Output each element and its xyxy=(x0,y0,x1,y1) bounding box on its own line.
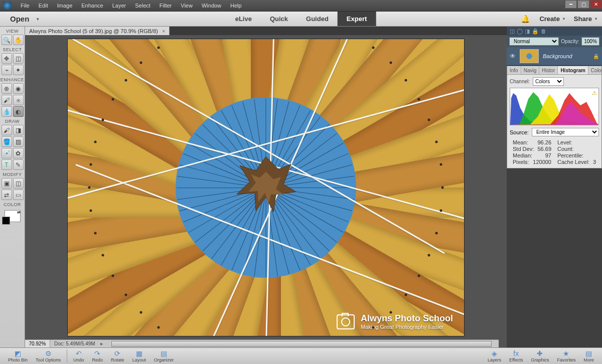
panel-tab-navig[interactable]: Navig xyxy=(521,66,540,74)
straighten-tool[interactable]: ⇄ xyxy=(2,190,12,200)
spot-heal-tool[interactable]: ◉ xyxy=(13,83,24,94)
smart-brush-tool[interactable]: 🖌 xyxy=(2,95,12,105)
move-tool[interactable]: ✥ xyxy=(2,53,12,64)
shape-tool[interactable]: ✿ xyxy=(13,148,24,158)
mode-tab-quick[interactable]: Quick xyxy=(261,12,297,26)
eyedropper-tool[interactable]: 💉 xyxy=(2,148,12,158)
menu-image[interactable]: Image xyxy=(53,3,77,9)
adjustment-icon[interactable]: ◨ xyxy=(525,28,530,35)
blend-mode-select[interactable]: Normal xyxy=(509,37,559,46)
swap-colors-icon[interactable]: ⇄ xyxy=(17,210,21,215)
sponge-tool[interactable]: ◐ xyxy=(13,106,24,117)
window-controls: ━ ▢ ✕ xyxy=(564,0,602,9)
toolbox: VIEW 🔍✋ SELECT ✥◫ ⌁✦ ENHANCE ⊕◉ 🖌⍟ 💧◐ DR… xyxy=(0,27,25,347)
panel-tab-color[interactable]: Color xyxy=(588,66,602,74)
share-button[interactable]: Share xyxy=(574,15,597,23)
bottom-more[interactable]: ▤More xyxy=(579,349,598,362)
zoom-tool[interactable]: 🔍 xyxy=(2,35,12,45)
panel-tab-histor[interactable]: Histor xyxy=(539,66,558,74)
open-button[interactable]: Open xyxy=(0,15,49,23)
layer-mask-icon[interactable]: ◯ xyxy=(517,28,523,35)
maximize-button[interactable]: ▢ xyxy=(577,0,589,9)
blur-tool[interactable]: 💧 xyxy=(2,106,12,117)
lasso-tool[interactable]: ⌁ xyxy=(2,65,12,75)
menu-filter[interactable]: Filter xyxy=(155,3,176,9)
clone-tool[interactable]: ⍟ xyxy=(13,95,24,105)
gradient-tool[interactable]: ▨ xyxy=(13,136,24,147)
right-panels: ◫ ◯ ◨ 🔒 🗑 Normal Opacity: 👁 Background 🔒… xyxy=(507,27,602,347)
bottom-layers[interactable]: ◈Layers xyxy=(484,349,505,362)
source-select[interactable]: Entire Image xyxy=(532,128,599,136)
canvas[interactable]: Alwyns Photo School Making Great Photogr… xyxy=(68,39,464,336)
crop-tool[interactable]: ▣ xyxy=(2,178,12,189)
bottom-photo-bin[interactable]: ◩Photo Bin xyxy=(4,349,32,362)
bottom-organizer[interactable]: ▤Organizer xyxy=(150,349,178,362)
bottom-graphics[interactable]: ✚Graphics xyxy=(527,349,553,362)
opacity-label: Opacity: xyxy=(561,39,579,44)
channel-select[interactable]: Colors xyxy=(533,77,564,86)
menu-select[interactable]: Select xyxy=(130,3,155,9)
document-tab[interactable]: Alwyns Photo School (5 of 39).jpg @ 70.9… xyxy=(25,27,170,35)
stat-row: Std Dev:56.69 xyxy=(510,146,554,152)
fill-tool[interactable]: 🪣 xyxy=(2,136,12,147)
hand-tool[interactable]: ✋ xyxy=(13,35,24,45)
bottom-favorites[interactable]: ★Favorites xyxy=(553,349,579,362)
bottom-rotate[interactable]: ⟳Rotate xyxy=(107,349,128,362)
layer-item[interactable]: 👁 Background 🔒 xyxy=(507,47,602,65)
close-tab-icon[interactable]: × xyxy=(162,28,165,34)
notifications-icon[interactable]: 🔔 xyxy=(521,15,530,24)
quick-select-tool[interactable]: ✦ xyxy=(13,65,24,75)
eraser-tool[interactable]: ◨ xyxy=(13,125,24,135)
doc-info: Doc: 5.49M/5.49M xyxy=(50,341,99,346)
menu-view[interactable]: View xyxy=(176,3,197,9)
balloon-crown xyxy=(231,152,301,217)
layer-thumbnail xyxy=(520,49,539,63)
menu-edit[interactable]: Edit xyxy=(34,3,53,9)
menu-layer[interactable]: Layer xyxy=(108,3,131,9)
panel-tab-info[interactable]: Info xyxy=(507,66,521,74)
camera-icon xyxy=(337,314,355,329)
marquee-tool[interactable]: ◫ xyxy=(13,53,24,64)
close-button[interactable]: ✕ xyxy=(590,0,602,9)
menu-window[interactable]: Window xyxy=(197,3,226,9)
brush-tool[interactable]: 🖌 xyxy=(2,125,12,135)
pencil-tool[interactable]: ✎ xyxy=(13,159,24,170)
info-panel: InfoNavigHistorHistogramColorAction Chan… xyxy=(507,66,602,168)
create-button[interactable]: Create xyxy=(539,15,564,23)
bottom-layout[interactable]: ▦Layout xyxy=(128,349,150,362)
menu-file[interactable]: File xyxy=(16,3,34,9)
document-area: Alwyns Photo School (5 of 39).jpg @ 70.9… xyxy=(25,27,507,347)
mode-bar: Open eLiveQuickGuidedExpert 🔔 Create Sha… xyxy=(0,12,602,27)
menu-enhance[interactable]: Enhance xyxy=(77,3,107,9)
recompose-tool[interactable]: ◫ xyxy=(13,178,24,189)
menu-help[interactable]: Help xyxy=(226,3,246,9)
section-draw: DRAW xyxy=(5,119,20,124)
bottom-undo[interactable]: ↶Undo xyxy=(69,349,88,362)
visibility-icon[interactable]: 👁 xyxy=(510,53,516,60)
color-swatch[interactable]: ⇄ xyxy=(5,210,21,222)
opacity-input[interactable] xyxy=(581,37,599,46)
mode-tab-elive[interactable]: eLive xyxy=(226,12,261,26)
cache-warning-icon[interactable]: ⚠ xyxy=(592,90,597,96)
new-layer-icon[interactable]: ◫ xyxy=(510,28,515,35)
bottom-tool-options[interactable]: ⚙Tool Options xyxy=(32,349,65,362)
content-move-tool[interactable]: ▭ xyxy=(13,190,24,200)
mode-tab-guided[interactable]: Guided xyxy=(297,12,338,26)
minimize-button[interactable]: ━ xyxy=(565,0,577,9)
bottom-effects[interactable]: fxEffects xyxy=(505,349,527,362)
panel-tab-histogram[interactable]: Histogram xyxy=(558,66,588,74)
redeye-tool[interactable]: ⊕ xyxy=(2,83,12,94)
document-title: Alwyns Photo School (5 of 39).jpg @ 70.9… xyxy=(29,28,158,34)
app-icon xyxy=(3,2,11,10)
doc-info-dropdown[interactable]: ▸ xyxy=(99,340,104,347)
zoom-indicator[interactable]: 70.92% xyxy=(25,340,50,347)
text-tool[interactable]: T xyxy=(2,159,12,170)
delete-layer-icon[interactable]: 🗑 xyxy=(541,28,546,34)
section-view: VIEW xyxy=(6,29,19,34)
mode-tab-expert[interactable]: Expert xyxy=(338,12,376,26)
canvas-viewport[interactable]: Alwyns Photo School Making Great Photogr… xyxy=(25,35,507,347)
watermark: Alwyns Photo School Making Great Photogr… xyxy=(337,313,453,330)
bottom-redo[interactable]: ↷Redo xyxy=(88,349,107,362)
lock-icon[interactable]: 🔒 xyxy=(532,28,539,35)
horizontal-scrollbar[interactable] xyxy=(111,341,492,347)
